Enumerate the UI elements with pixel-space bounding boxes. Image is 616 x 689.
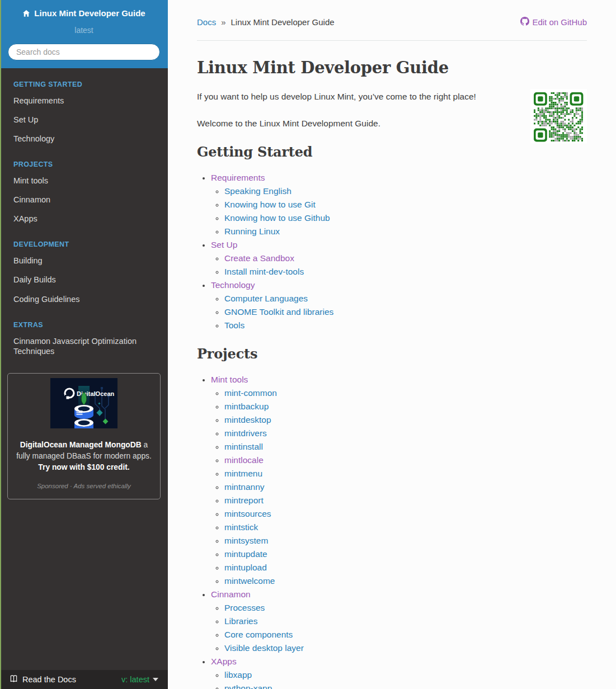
toc-item: TechnologyComputer LanguagesGNOME Toolki… (211, 279, 587, 332)
toc-item: Knowing how to use Github (224, 211, 587, 225)
toc-list: RequirementsSpeaking EnglishKnowing how … (211, 171, 587, 332)
toc-link[interactable]: Tools (224, 320, 244, 330)
toc-link[interactable]: Computer Languages (224, 294, 308, 303)
toc-link[interactable]: Create a Sandbox (224, 253, 294, 263)
edit-on-github-link[interactable]: Edit on GitHub (520, 17, 587, 27)
ad-text-bold1: DigitalOcean Managed MongoDB (20, 441, 142, 449)
toc-link[interactable]: mintsources (224, 509, 271, 518)
toc-link[interactable]: Technology (211, 280, 255, 290)
sidebar-link[interactable]: Technology (0, 129, 168, 148)
toc-item: mintstick (224, 521, 587, 534)
toc-link[interactable]: Install mint-dev-tools (224, 267, 304, 276)
toc-link[interactable]: mintlocale (224, 455, 264, 465)
doc-sections: Getting StartedRequirementsSpeaking Engl… (197, 144, 587, 689)
toc-link[interactable]: mintwelcome (224, 576, 275, 586)
toc-link[interactable]: Knowing how to use Git (224, 200, 316, 209)
readthedocs-badge[interactable]: Read the Docs (10, 674, 76, 685)
sidebar-link[interactable]: Set Up (0, 110, 168, 129)
readthedocs-footer: Read the Docs v: latest (0, 670, 168, 689)
toc-link[interactable]: Set Up (211, 240, 237, 249)
toc-link[interactable]: mintmenu (224, 469, 262, 478)
ad-image-link[interactable]: DigitalOcean (15, 378, 153, 428)
sidebar-link[interactable]: Cinnamon (0, 190, 168, 209)
sidebar-section-caption: EXTRAS (0, 321, 168, 329)
toc-sublist: Create a SandboxInstall mint-dev-tools (224, 252, 587, 279)
sidebar-link[interactable]: XApps (0, 209, 168, 228)
toc-link[interactable]: Speaking English (224, 186, 291, 196)
toc-item: Running Linux (224, 225, 587, 238)
project-home-link[interactable]: Linux Mint Developer Guide (22, 8, 145, 18)
sidebar-link[interactable]: Requirements (0, 91, 168, 110)
toc-link[interactable]: Processes (224, 603, 265, 612)
toc-link[interactable]: Libraries (224, 616, 257, 626)
toc-link[interactable]: GNOME Toolkit and libraries (224, 307, 333, 317)
toc-link[interactable]: Visible desktop layer (224, 643, 304, 653)
toc-item: mintlocale (224, 454, 587, 467)
toc-link[interactable]: mint-common (224, 388, 277, 398)
breadcrumb-separator: » (221, 17, 225, 27)
toc-link[interactable]: python-xapp (224, 683, 272, 689)
toc-sublist: Computer LanguagesGNOME Toolkit and libr… (224, 292, 587, 332)
toc-item: mintdrivers (224, 427, 587, 440)
toc-link[interactable]: Requirements (211, 173, 265, 182)
toc-link[interactable]: mintstick (224, 522, 258, 532)
ad-image: DigitalOcean (50, 378, 117, 428)
toc-link[interactable]: mintsystem (224, 536, 268, 545)
toc-item: mintsources (224, 507, 587, 521)
document: Linux Mint Developer Guide If you want t… (197, 58, 587, 689)
toc-link[interactable]: mintnanny (224, 482, 265, 492)
toc-link[interactable]: mintinstall (224, 442, 263, 451)
toc-item: Create a Sandbox (224, 252, 587, 265)
search-input[interactable] (8, 44, 160, 60)
qr-code-image (530, 89, 587, 143)
toc-link[interactable]: libxapp (224, 670, 252, 679)
toc-link[interactable]: Core components (224, 630, 293, 639)
version-flyout-label: v: latest (121, 675, 149, 684)
toc-link[interactable]: Cinnamon (211, 589, 251, 599)
toc-item: mintinstall (224, 440, 587, 454)
toc-item: python-xapp (224, 682, 587, 689)
toc-item: Tools (224, 319, 587, 332)
sidebar-nav: GETTING STARTEDRequirementsSet UpTechnol… (0, 81, 168, 361)
sidebar-link[interactable]: Coding Guidelines (0, 290, 168, 309)
book-icon (10, 674, 18, 685)
toc-sublist: libxapppython-xapp (224, 668, 587, 689)
toc-item: Set UpCreate a SandboxInstall mint-dev-t… (211, 238, 587, 279)
toc-link[interactable]: Mint tools (211, 375, 248, 384)
toc-link[interactable]: Running Linux (224, 226, 280, 236)
sidebar-item: Daily Builds (0, 270, 168, 289)
breadcrumb: Docs » Linux Mint Developer Guide Edit o… (197, 17, 587, 27)
toc-sublist: ProcessesLibrariesCore componentsVisible… (224, 601, 587, 655)
sidebar-item: Cinnamon (0, 190, 168, 209)
sidebar: Linux Mint Developer Guide latest GETTIN… (0, 0, 168, 689)
toc-link[interactable]: mintupload (224, 563, 267, 572)
toc-link[interactable]: XApps (211, 657, 237, 666)
toc-link[interactable]: mintbackup (224, 402, 269, 411)
toc-link[interactable]: mintdesktop (224, 415, 271, 424)
version-flyout-toggle[interactable]: v: latest (121, 675, 158, 684)
sidebar-link[interactable]: Daily Builds (0, 270, 168, 289)
window-left-edge (0, 0, 1, 689)
sidebar-link[interactable]: Cinnamon Javascript Optimization Techniq… (0, 332, 168, 361)
toc-item: Computer Languages (224, 292, 587, 305)
toc-item: mint-common (224, 386, 587, 400)
breadcrumb-docs-link[interactable]: Docs (197, 17, 216, 27)
toc-item: XAppslibxapppython-xapp (211, 655, 587, 689)
project-title: Linux Mint Developer Guide (34, 8, 145, 18)
main-content: Docs » Linux Mint Developer Guide Edit o… (168, 0, 616, 689)
toc-item: mintbackup (224, 400, 587, 413)
toc-link[interactable]: mintdrivers (224, 428, 267, 438)
ad-text-link[interactable]: DigitalOcean Managed MongoDB a fully man… (15, 440, 153, 473)
sidebar-section-caption: GETTING STARTED (0, 81, 168, 88)
toc-link[interactable]: Knowing how to use Github (224, 213, 330, 223)
sidebar-header: Linux Mint Developer Guide latest (0, 0, 168, 68)
toc-item: libxapp (224, 668, 587, 682)
toc-link[interactable]: mintupdate (224, 549, 267, 559)
section-heading: Projects (197, 346, 587, 362)
sidebar-link[interactable]: Mint tools (0, 171, 168, 190)
sidebar-item: Set Up (0, 110, 168, 129)
toc-item: mintdesktop (224, 413, 587, 427)
sidebar-link[interactable]: Building (0, 251, 168, 270)
sidebar-section-list: RequirementsSet UpTechnology (0, 91, 168, 148)
toc-link[interactable]: mintreport (224, 495, 264, 505)
